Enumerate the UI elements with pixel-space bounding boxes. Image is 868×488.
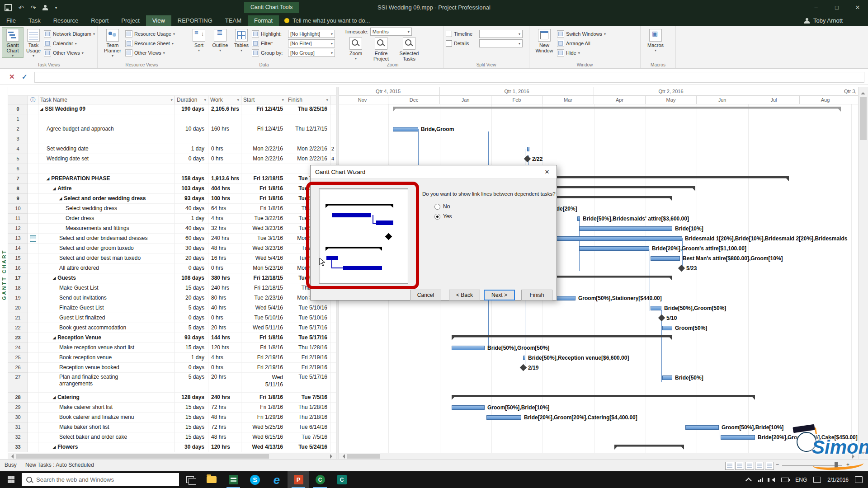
highlight-dropdown[interactable]: [No Highlight] ▾ (288, 30, 335, 38)
tab-file[interactable]: File (0, 15, 22, 26)
app-teal-button[interactable] (331, 471, 353, 488)
row-number[interactable]: 10 (8, 204, 28, 214)
select-all-corner[interactable] (8, 95, 28, 104)
cell-task-name[interactable]: Wedding date set (38, 154, 175, 164)
cell-start[interactable]: Fri 1/8/16 (241, 204, 286, 214)
row-number[interactable]: 11 (8, 214, 28, 224)
row-number[interactable]: 31 (8, 422, 28, 432)
row-number[interactable]: 28 (8, 393, 28, 403)
cell-start[interactable]: Tue 3/22/16 (241, 214, 286, 224)
cell-work[interactable]: 2,105.6 hrs (208, 104, 241, 114)
timescale-month[interactable]: Feb (491, 96, 542, 104)
cell-duration[interactable]: 60 days (175, 234, 208, 244)
row-number[interactable]: 24 (8, 343, 28, 353)
cell-task-name[interactable]: ◢Flowers (38, 442, 175, 452)
timeline-checkbox-row[interactable]: Timeline ▾ (446, 30, 527, 38)
filter-dropdown[interactable]: [No Filter] ▾ (288, 39, 335, 47)
task-bar[interactable] (486, 415, 521, 420)
speaker-icon[interactable] (769, 478, 775, 482)
timescale-dropdown[interactable]: Months ▾ (370, 28, 412, 36)
cell-finish[interactable]: Fri 2/19/16 (286, 353, 330, 363)
row-number[interactable]: 30 (8, 413, 28, 422)
table-row[interactable]: 12Measurements and fittings40 days32 hrs… (8, 224, 336, 234)
cell-overflow[interactable] (330, 134, 336, 144)
cell-duration[interactable]: 93 days (175, 194, 208, 204)
outline-button[interactable]: Outline ▾ (209, 28, 231, 52)
cell-work[interactable]: 40 hrs (208, 303, 241, 313)
cell-finish[interactable]: Tue 7/5/16 (286, 432, 330, 442)
row-number[interactable]: 18 (8, 283, 28, 293)
task-usage-button[interactable]: Task Usage ▾ (23, 28, 44, 57)
cell-finish[interactable]: Fri 2/19/16 (286, 363, 330, 373)
table-row[interactable]: 1 (8, 114, 336, 124)
cell-duration[interactable]: 40 days (175, 204, 208, 214)
timeline-checkbox[interactable] (446, 31, 452, 37)
highlight-control[interactable]: Highlight: [No Highlight] ▾ (252, 30, 338, 38)
tab-project[interactable]: Project (115, 15, 146, 26)
cell-info[interactable] (28, 174, 38, 184)
cell-info[interactable] (28, 253, 38, 263)
cell-info[interactable] (28, 134, 38, 144)
timeline-dropdown[interactable]: ▾ (479, 30, 523, 38)
cell-info[interactable] (28, 164, 38, 174)
cell-finish[interactable]: Tue 5/17/16 (286, 333, 330, 343)
cell-finish[interactable]: Mon 2/22/16 (286, 144, 330, 154)
task-bar[interactable] (393, 127, 418, 131)
cell-start[interactable]: Fri 2/19/16 (241, 353, 286, 363)
cell-task-name[interactable]: Finalize Guest List (38, 303, 175, 313)
timescale-month[interactable]: Nov (339, 96, 388, 104)
cell-info[interactable] (28, 214, 38, 224)
radio-icon[interactable] (434, 204, 440, 210)
cell-start[interactable]: Fri 1/8/16 (241, 343, 286, 353)
cell-task-name[interactable]: ◢SSI Wedding 09 (38, 104, 175, 114)
cell-start[interactable]: Wed 6/15/16 (241, 432, 286, 442)
tables-button[interactable]: Tables ▾ (231, 28, 252, 52)
cell-work[interactable]: 64 hrs (208, 204, 241, 214)
cell-start[interactable]: Fri 12/18/15 (241, 283, 286, 293)
cell-info[interactable] (28, 373, 38, 393)
switch-windows-button[interactable]: Switch Windows ▾ (557, 30, 606, 38)
cell-work[interactable]: 72 hrs (208, 422, 241, 432)
task-bar[interactable] (685, 425, 719, 430)
cell-duration[interactable]: 40 days (175, 224, 208, 234)
tab-report[interactable]: Report (85, 15, 115, 26)
table-row[interactable]: 22Book guest accommodation5 days20 hrsWe… (8, 323, 336, 333)
cell-task-name[interactable]: ◢Catering (38, 393, 175, 403)
cell-duration[interactable]: 108 days (175, 273, 208, 283)
entire-project-button[interactable]: Entire Project (367, 36, 395, 61)
row-number[interactable]: 3 (8, 134, 28, 144)
cell-overflow[interactable] (330, 442, 336, 452)
row-number[interactable]: 14 (8, 244, 28, 253)
table-row[interactable]: 33◢Flowers30 days120 hrsWed 4/13/16Tue 5… (8, 442, 336, 452)
table-row[interactable]: 31Make baker short list15 days72 hrsWed … (8, 422, 336, 432)
cell-duration[interactable]: 1 day (175, 214, 208, 224)
undo-icon[interactable]: ↶ (19, 4, 24, 11)
outline-expand-icon[interactable]: ◢ (53, 445, 56, 449)
row-number[interactable]: 0 (8, 104, 28, 114)
cell-duration[interactable]: 1 day (175, 353, 208, 363)
row-number[interactable]: 15 (8, 253, 28, 263)
cancel-entry-icon[interactable]: ✕ (9, 73, 15, 81)
milestone-diamond[interactable] (520, 364, 527, 371)
cell-duration[interactable]: 30 days (175, 244, 208, 253)
resource-usage-button[interactable]: Resource Usage ▾ (125, 30, 175, 38)
row-number[interactable]: 21 (8, 313, 28, 323)
table-row[interactable]: 3 (8, 134, 336, 144)
timescale-month[interactable]: May (646, 96, 697, 104)
timescale-quarter[interactable]: Qtr 2, 2016 (594, 87, 748, 96)
cell-task-name[interactable]: Measurements and fittings (38, 224, 175, 234)
cell-overflow[interactable] (330, 422, 336, 432)
cell-task-name[interactable]: ◢Attire (38, 184, 175, 194)
cell-work[interactable]: 1,913.6 hrs (208, 174, 241, 184)
row-number[interactable]: 17 (8, 273, 28, 283)
cell-start[interactable]: Wed 3/23/16 (241, 224, 286, 234)
cell-work[interactable]: 32 hrs (208, 224, 241, 234)
outline-expand-icon[interactable]: ◢ (53, 336, 56, 340)
summary-bar[interactable] (614, 445, 684, 450)
language-indicator[interactable]: ENG (795, 477, 807, 483)
cell-start[interactable]: Fri 1/8/16 (241, 403, 286, 413)
cell-finish[interactable]: Tue 5/17/16 (286, 373, 330, 393)
battery-icon[interactable] (781, 478, 789, 482)
cell-duration[interactable]: 0 days (175, 363, 208, 373)
cell-task-name[interactable]: Select baker and order cake (38, 432, 175, 442)
